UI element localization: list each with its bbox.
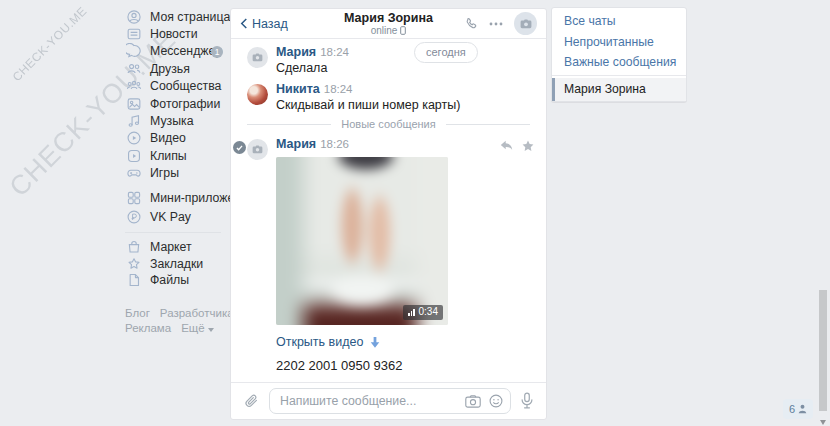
open-video-link[interactable]: Открыть видео: [276, 335, 381, 349]
chat-panel: Назад Мария Зорина online сегодня Мария1…: [230, 8, 547, 420]
filter-unread[interactable]: Непрочитанные: [552, 32, 686, 53]
messenger-icon: [125, 43, 142, 60]
chat-list-panel: Все чаты Непрочитанные Важные сообщения …: [551, 7, 687, 102]
camera-icon: [520, 19, 532, 29]
chevron-left-icon: [240, 18, 248, 29]
online-friends-badge[interactable]: 6: [783, 399, 813, 419]
left-sidebar: Моя страница Новости Мессенджер 1 Друзья…: [125, 8, 227, 337]
sidebar-divider: [125, 232, 221, 233]
music-icon: [125, 113, 142, 130]
sidebar-item-label: VK Pay: [150, 210, 191, 224]
message-time: 18:24: [324, 83, 353, 95]
sender-avatar[interactable]: [247, 84, 268, 105]
attach-icon[interactable]: [243, 393, 260, 410]
sidebar-item-games[interactable]: Игры: [125, 165, 227, 182]
watermark-small: CHECK-YOU.ME: [10, 4, 90, 84]
sidebar-item-bookmarks[interactable]: Закладки: [125, 255, 227, 272]
sender-avatar[interactable]: [247, 47, 268, 68]
card-number-text: 2202 2001 0950 9362: [276, 358, 448, 373]
sidebar-item-music[interactable]: Музыка: [125, 112, 227, 129]
sidebar-footer: Блог Разработчикам Реклама Ещё: [125, 307, 227, 334]
sidebar-item-label: Видео: [150, 131, 186, 145]
important-star-icon[interactable]: [522, 140, 534, 152]
sidebar-item-communities[interactable]: Сообщества: [125, 78, 227, 95]
photo-attach-icon[interactable]: [465, 395, 481, 408]
chat-list-divider: [552, 75, 686, 76]
chevron-down-icon: [208, 328, 214, 332]
voice-message-icon[interactable]: [520, 392, 534, 410]
sidebar-item-label: Музыка: [150, 114, 194, 128]
photos-icon: [125, 95, 142, 112]
read-check-icon: [233, 141, 246, 154]
message-text: Скидывай и пиши номер карты): [276, 97, 460, 113]
chat-list-item-active[interactable]: Мария Зорина: [552, 78, 686, 101]
communities-icon: [125, 78, 142, 95]
games-icon: [125, 165, 142, 182]
chat-header: Назад Мария Зорина online: [231, 9, 546, 39]
sidebar-item-label: Клипы: [150, 149, 187, 163]
sidebar-item-label: Файлы: [150, 273, 189, 287]
footer-link-ads[interactable]: Реклама: [125, 322, 171, 334]
sidebar-item-label: Новости: [150, 27, 198, 41]
video-thumbnail: [276, 157, 448, 325]
friends-icon: [125, 60, 142, 77]
footer-link-more[interactable]: Ещё: [181, 322, 214, 334]
clips-icon: [125, 147, 142, 164]
chat-avatar[interactable]: [514, 12, 537, 35]
sidebar-item-label: Друзья: [150, 62, 190, 76]
sidebar-item-files[interactable]: Файлы: [125, 272, 227, 289]
camera-icon: [252, 145, 263, 154]
message-list: сегодня Мария18:24 Сделала Никита18:24 С…: [231, 39, 546, 382]
filter-important[interactable]: Важные сообщения: [552, 52, 686, 73]
sidebar-item-my-page[interactable]: Моя страница: [125, 8, 227, 25]
views-bars-icon: [408, 309, 415, 317]
market-icon: [125, 239, 142, 256]
mobile-icon: [400, 26, 406, 35]
reply-icon[interactable]: [500, 140, 513, 151]
sidebar-item-clips[interactable]: Клипы: [125, 147, 227, 164]
miniapps-icon: [125, 190, 142, 207]
profile-icon: [125, 8, 142, 25]
sidebar-item-vkpay[interactable]: VK Pay: [125, 208, 227, 227]
message-row: Мария18:26 0:34 Открыть видео 2202 2001 …: [247, 137, 530, 373]
sender-name[interactable]: Никита: [276, 82, 320, 96]
sidebar-item-friends[interactable]: Друзья: [125, 60, 227, 77]
scrollbar-down-arrow[interactable]: [820, 420, 826, 425]
filter-all-chats[interactable]: Все чаты: [552, 11, 686, 32]
new-messages-divider: Новые сообщения: [247, 118, 530, 130]
sidebar-item-miniapps[interactable]: Мини-приложения: [125, 189, 227, 208]
message-time: 18:26: [320, 138, 349, 150]
message-row: Никита18:24 Скидывай и пиши номер карты): [247, 82, 530, 113]
news-icon: [125, 26, 142, 43]
sidebar-item-news[interactable]: Новости: [125, 25, 227, 42]
files-icon: [125, 272, 142, 289]
sidebar-item-label: Маркет: [150, 240, 192, 254]
footer-link-blog[interactable]: Блог: [125, 307, 150, 319]
message-time: 18:24: [320, 46, 349, 58]
message-row: Мария18:24 Сделала: [247, 45, 530, 76]
sender-name[interactable]: Мария: [276, 137, 316, 151]
camera-icon: [252, 53, 263, 62]
call-icon[interactable]: [463, 16, 478, 31]
sidebar-item-label: Моя страница: [150, 10, 230, 24]
messenger-unread-badge: 1: [211, 46, 223, 58]
sender-name[interactable]: Мария: [276, 45, 316, 59]
bookmarks-icon: [125, 255, 142, 272]
sidebar-item-photos[interactable]: Фотографии: [125, 95, 227, 112]
down-arrow-icon: [369, 336, 381, 349]
more-options-icon[interactable]: [489, 22, 503, 26]
scrollbar-thumb[interactable]: [819, 290, 827, 411]
person-icon: [798, 404, 807, 414]
online-friends-count: 6: [789, 403, 795, 415]
sender-avatar[interactable]: [247, 139, 268, 160]
sidebar-item-label: Закладки: [150, 257, 203, 271]
sidebar-item-market[interactable]: Маркет: [125, 239, 227, 256]
emoji-icon[interactable]: [489, 394, 503, 408]
sidebar-item-video[interactable]: Видео: [125, 130, 227, 147]
sidebar-item-label: Сообщества: [150, 79, 221, 93]
sidebar-item-label: Фотографии: [150, 97, 220, 111]
back-button[interactable]: Назад: [240, 17, 288, 31]
video-duration-badge: 0:34: [403, 305, 443, 320]
sidebar-item-messenger[interactable]: Мессенджер 1: [125, 43, 227, 60]
video-attachment[interactable]: 0:34: [276, 157, 448, 325]
